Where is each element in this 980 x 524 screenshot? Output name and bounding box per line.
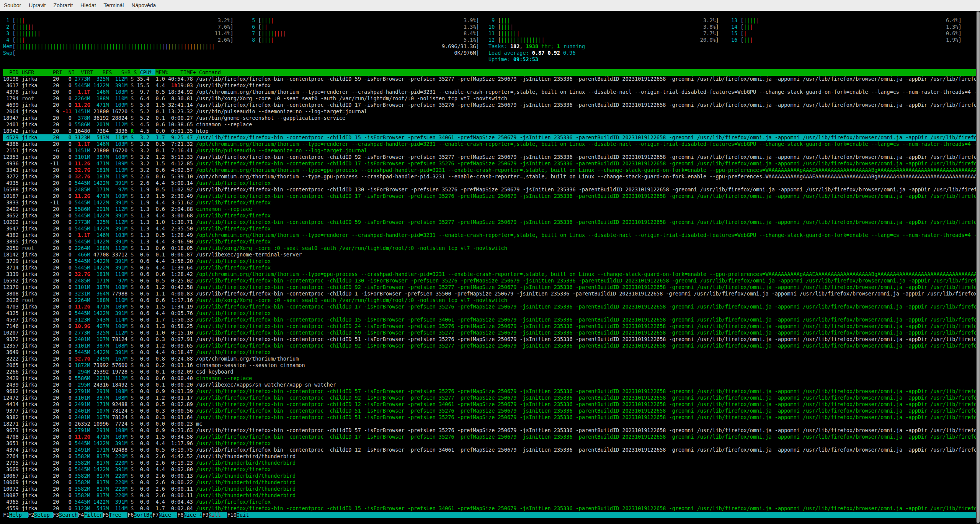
process-row-pid-3833[interactable]: 3833 jirka -11 0 5445M 1422M 391M S 1.9 … bbox=[3, 199, 976, 206]
process-row-pid-2409[interactable]: 2409 jirka 20 0 5586M 201M 112M S 1.3 0.… bbox=[3, 206, 976, 212]
process-row-pid-4378[interactable]: 4378 jirka 20 0 1.1T 146M 103M S 9.7 0.5… bbox=[3, 89, 976, 95]
menu-item-terminal[interactable]: Terminál bbox=[100, 2, 128, 8]
process-row-pid-3222[interactable]: 3222 jirka 20 0 32.7G 249M 167M S 0.0 0.… bbox=[3, 356, 976, 362]
fkey-f5[interactable]: F5 bbox=[103, 512, 109, 518]
process-row-pid-3714[interactable]: 3714 jirka 20 0 5445M 1422M 391M S 0.6 4… bbox=[3, 264, 976, 271]
process-row-pid-16588[interactable]: 16588 jirka 20 0 2485M 171M 97M S 1.9 0.… bbox=[3, 186, 976, 193]
fkey-label-quit[interactable]: Quit bbox=[237, 512, 255, 518]
process-row-pid-2439[interactable]: 2439 jirka 20 0 295M 24316 18492 S 0.0 0… bbox=[3, 382, 976, 388]
process-row-pid-3651[interactable]: 3651 jirka 20 0 5445M 1422M 391M S 0.0 4… bbox=[3, 440, 976, 447]
menu-item-upravit[interactable]: Upravit bbox=[25, 2, 49, 8]
fkey-f4[interactable]: F4 bbox=[78, 512, 84, 518]
process-row-pid-18942[interactable]: 18942 jirka 20 0 16480 7384 3336 R 4.5 0… bbox=[3, 128, 976, 134]
fkey-f8[interactable]: F8 bbox=[177, 512, 183, 518]
fkey-f9[interactable]: F9 bbox=[202, 512, 208, 518]
function-key-bar[interactable]: F1Help F2Setup F3SearchF4FilterF5Tree F6… bbox=[3, 512, 976, 518]
fkey-f1[interactable]: F1 bbox=[3, 512, 9, 518]
process-row-pid-2795[interactable]: 2795 jirka 20 0 3582M 817M 220M S 0.0 2.… bbox=[3, 460, 976, 466]
fkey-label-sortby[interactable]: SortBy bbox=[134, 512, 153, 518]
process-row-pid-10198[interactable]: 10198 jirka 20 0 2773M 325M 112M S 35.4 … bbox=[3, 76, 976, 82]
process-row-pid-12353[interactable]: 12353 jirka 20 0 3101M 387M 108M S 3.2 1… bbox=[3, 154, 976, 160]
process-row-pid-4703[interactable]: 4703 jirka 20 0 11.2G 471M 109M S 0.6 1.… bbox=[3, 304, 976, 310]
process-row-pid-2065[interactable]: 2065 jirka 20 0 1872M 73992 57600 S 0.0 … bbox=[3, 362, 976, 369]
process-row-pid-9682[interactable]: 9682 jirka 20 0 2791M 291M 108M S 0.0 0.… bbox=[3, 388, 976, 395]
terminal-scrollbar[interactable] bbox=[976, 11, 980, 524]
process-row-pid-16592[interactable]: 16592 jirka 20 0 2485M 171M 97M S 0.6 0.… bbox=[3, 278, 976, 284]
process-row-pid-10067[interactable]: 10067 jirka 20 0 3582M 817M 220M S 0.0 2… bbox=[3, 473, 976, 479]
process-row-pid-3669[interactable]: 3669 jirka 20 0 5445M 1422M 391M S 0.0 4… bbox=[3, 466, 976, 473]
cpu-meter-15: 3 [|||||||| 11.4%] 7 [|||||||| 8.4%] 11 … bbox=[3, 30, 976, 37]
process-table-header[interactable]: PID USER PRI NI VIRT RES SHR S CPU% MEM%… bbox=[3, 69, 976, 76]
fkey-f10[interactable]: F10 bbox=[227, 512, 236, 518]
scrollbar-thumb[interactable] bbox=[977, 11, 980, 523]
process-row-pid-2064[interactable]: 2064 jirka 9 -11 1451M 21800 16720 S 5.2… bbox=[3, 108, 976, 115]
fkey-f6[interactable]: F6 bbox=[127, 512, 134, 518]
process-row-pid-3647[interactable]: 3647 jirka 20 0 5445M 1422M 391M S 1.3 4… bbox=[3, 225, 976, 232]
process-row-pid-18271[interactable]: 18271 jirka 20 0 26352 10996 7724 S 0.0 … bbox=[3, 421, 976, 427]
process-row-pid-4537[interactable]: 4537 jirka 20 0 3123M 543M 114M S 0.0 1.… bbox=[3, 317, 976, 323]
process-row-pid-4708[interactable]: 4708 jirka 20 0 11.2G 471M 109M S 0.0 1.… bbox=[3, 434, 976, 440]
process-row-pid-3649[interactable]: 3649 jirka 20 0 5445M 1422M 391M S 0.0 4… bbox=[3, 349, 976, 356]
fkey-label-help[interactable]: Help bbox=[9, 512, 28, 518]
process-row-pid-4936[interactable]: 4936 jirka -11 0 11.2G 471M 109M S 3.2 1… bbox=[3, 160, 976, 167]
process-row-pid-2026[interactable]: 2026 root 20 0 2264M 188M 110M S 0.6 0.6… bbox=[3, 297, 976, 304]
process-row-pid-4374[interactable]: 4374 jirka 20 0 2491M 171M 92488 S 0.0 0… bbox=[3, 447, 976, 453]
process-row-pid-9673[interactable]: 9673 jirka 20 0 2791M 291M 108M S 0.0 0.… bbox=[3, 427, 976, 434]
process-row-pid-4529[interactable]: 4529 jirka 20 0 3123M 543M 114M S 3.2 1.… bbox=[3, 134, 976, 141]
process-row-pid-3808[interactable]: 3808 jirka 20 0 3231M 364M 77988 S 0.6 1… bbox=[3, 291, 976, 297]
process-row-pid-3652[interactable]: 3652 jirka 20 0 5445M 1422M 391M S 1.3 4… bbox=[3, 212, 976, 219]
process-row-pid-3272[interactable]: 3272 jirka 20 0 32.7G 181M 119M S 2.6 0.… bbox=[3, 173, 976, 180]
process-row-pid-2050[interactable]: 2050 root 20 0 2264M 188M 110M S 1.3 0.6… bbox=[3, 245, 976, 251]
process-row-pid-10069[interactable]: 10069 jirka 20 0 3582M 817M 220M S 0.0 2… bbox=[3, 479, 976, 486]
process-row-pid-9377[interactable]: 9377 jirka 20 0 2401M 107M 78124 S 0.0 0… bbox=[3, 408, 976, 414]
fkey-label-nice[interactable]: Nice + bbox=[184, 512, 203, 518]
cpu-meter-16: 4 [||| 2.6%] 8 [|||| 5.1%] 12 [|||||||||… bbox=[3, 37, 976, 43]
menu-item-napoveda[interactable]: Nápověda bbox=[127, 2, 160, 8]
process-row-pid-4559[interactable]: 4559 jirka 20 0 3123M 543M 114M S 0.0 1.… bbox=[3, 505, 976, 512]
process-row-pid-3895[interactable]: 3895 jirka 20 0 5445M 1422M 391M S 1.3 4… bbox=[3, 238, 976, 245]
process-row-pid-12357[interactable]: 12357 jirka 20 0 3101M 387M 108M S 0.0 1… bbox=[3, 343, 976, 349]
process-row-pid-4325[interactable]: 4325 jirka 20 0 5445M 1422M 391M S 0.6 4… bbox=[3, 310, 976, 317]
process-row-pid-12472[interactable]: 12472 jirka 20 0 3101M 387M 108M S 0.0 1… bbox=[3, 395, 976, 401]
process-row-pid-18947[interactable]: 18947 jirka 20 0 378M 36192 28824 S 5.2 … bbox=[3, 115, 976, 121]
process-row-pid-2764[interactable]: 2764 jirka 20 0 3582M 817M 220M S 0.0 2.… bbox=[3, 453, 976, 460]
fkey-label-nice[interactable]: Nice - bbox=[159, 512, 178, 518]
process-row-pid-4382[interactable]: 4382 jirka 20 0 1.1T 146M 103M S 1.3 0.5… bbox=[3, 232, 976, 238]
fkey-label-filter[interactable]: Filter bbox=[84, 512, 103, 518]
fkey-f3[interactable]: F3 bbox=[53, 512, 59, 518]
fkey-label-kill[interactable]: Kill bbox=[209, 512, 227, 518]
process-row-pid-4935[interactable]: 4935 jirka 20 0 5445M 1422M 391M S 2.6 4… bbox=[3, 180, 976, 186]
menu-item-soubor[interactable]: Soubor bbox=[0, 2, 25, 8]
process-row-pid-3339[interactable]: 3339 jirka 20 0 32.7G 181M 119M S 0.6 0.… bbox=[3, 271, 976, 278]
cpu-meter-14: 2 [|||||| 7.6%] 6 [|| 1.3%] 10 [|||| bbox=[3, 24, 976, 30]
process-row-pid-2429[interactable]: 2429 jirka 20 0 5586M 201M 112M S 0.0 0.… bbox=[3, 375, 976, 382]
fkey-f7[interactable]: F7 bbox=[152, 512, 158, 518]
process-row-pid-18142[interactable]: 18142 jirka 20 0 466M 47708 33712 S 0.6 … bbox=[3, 251, 976, 258]
process-row-pid-3729[interactable]: 3729 jirka 20 0 5445M 1422M 391M S 0.6 4… bbox=[3, 258, 976, 264]
process-row-pid-10207[interactable]: 10207 jirka 20 0 2773M 325M 112M S 0.0 1… bbox=[3, 330, 976, 336]
process-row-pid-1794[interactable]: 1794 root 20 0 2264M 188M 110M S 6.4 0.6… bbox=[3, 95, 976, 102]
process-row-pid-10087[interactable]: 10087 jirka 20 0 3582M 817M 220M S 0.0 2… bbox=[3, 492, 976, 499]
process-row-pid-10187[interactable]: 10187 jirka 20 0 11.2G 471M 109M S 1.9 1… bbox=[3, 193, 976, 199]
process-row-pid-4699[interactable]: 4699 jirka 20 0 11.2G 471M 109M S 5.8 1.… bbox=[3, 102, 976, 108]
process-row-pid-4386[interactable]: 4386 jirka 20 0 1.1T 146M 103M S 3.2 0.5… bbox=[3, 141, 976, 147]
process-row-pid-4965[interactable]: 4965 jirka 20 0 5445M 1422M 391M S 0.0 4… bbox=[3, 499, 976, 505]
process-row-pid-10072[interactable]: 10072 jirka 20 0 3582M 817M 220M S 0.0 2… bbox=[3, 486, 976, 492]
process-row-pid-3617[interactable]: 3617 jirka 20 0 5445M 1422M 391M S 15.5 … bbox=[3, 82, 976, 89]
process-row-pid-2266[interactable]: 2266 jirka 20 0 294M 25392 19728 S 0.0 0… bbox=[3, 369, 976, 375]
process-row-pid-9382[interactable]: 9382 jirka 20 0 2401M 107M 78124 S 0.0 0… bbox=[3, 414, 976, 421]
process-row-pid-12370[interactable]: 12370 jirka 20 0 3101M 387M 108M S 0.6 1… bbox=[3, 284, 976, 291]
process-row-pid-2151[interactable]: 2151 jirka -6 0 1451M 21800 16720 S 3.2 … bbox=[3, 147, 976, 154]
process-row-pid-3341[interactable]: 3341 jirka 20 0 32.7G 181M 119M S 3.2 0.… bbox=[3, 167, 976, 173]
process-row-pid-10202[interactable]: 10202 jirka 20 0 2773M 325M 112M S 1.3 1… bbox=[3, 219, 976, 225]
fkey-label-search[interactable]: Search bbox=[59, 512, 78, 518]
menu-item-zobrazit[interactable]: Zobrazit bbox=[50, 2, 77, 8]
menu-item-hledat[interactable]: Hledat bbox=[77, 2, 100, 8]
process-row-pid-7146[interactable]: 7146 jirka 20 0 10.9G 407M 100M S 0.0 1.… bbox=[3, 323, 976, 330]
fkey-label-setup[interactable]: Setup bbox=[34, 512, 53, 518]
process-row-pid-9372[interactable]: 9372 jirka 20 0 2401M 107M 78124 S 0.0 0… bbox=[3, 336, 976, 343]
process-row-pid-4414[interactable]: 4414 jirka 20 0 2491M 171M 92488 S 0.0 0… bbox=[3, 401, 976, 408]
process-row-pid-2401[interactable]: 2401 jirka 20 0 5586M 201M 112M S 4.5 0.… bbox=[3, 121, 976, 128]
fkey-f2[interactable]: F2 bbox=[28, 512, 34, 518]
fkey-label-tree[interactable]: Tree bbox=[109, 512, 127, 518]
